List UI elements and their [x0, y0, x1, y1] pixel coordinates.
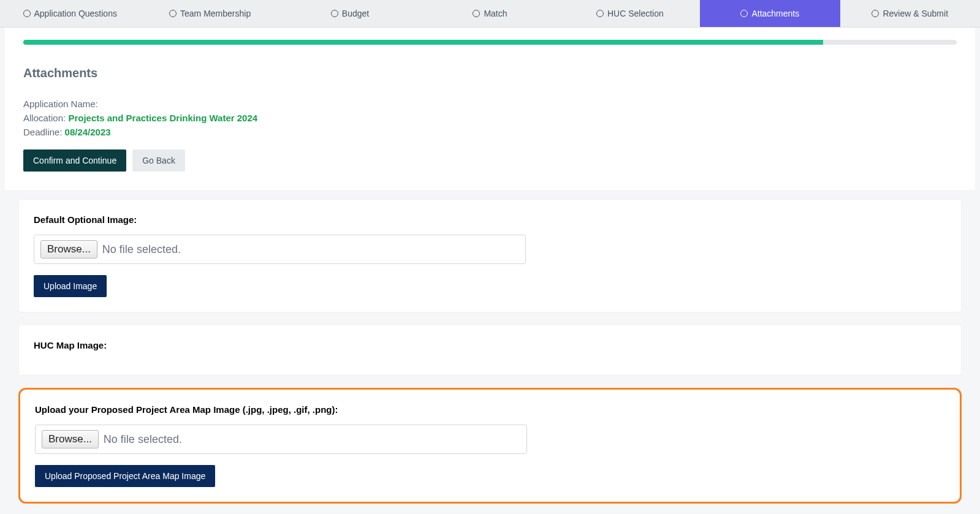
radio-icon: [872, 10, 879, 17]
progress-bar: [23, 40, 957, 45]
radio-icon: [331, 10, 338, 17]
browse-button[interactable]: Browse...: [42, 430, 99, 448]
page-title: Attachments: [23, 66, 957, 80]
tab-application-questions[interactable]: Application Questions: [0, 0, 140, 27]
radio-icon: [740, 10, 748, 17]
tab-label: Application Questions: [34, 9, 117, 18]
deadline-row: Deadline: 08/24/2023: [23, 127, 957, 137]
tab-budget[interactable]: Budget: [280, 0, 420, 27]
allocation-value: Projects and Practices Drinking Water 20…: [68, 113, 257, 123]
huc-map-label: HUC Map Image:: [34, 340, 946, 350]
tab-match[interactable]: Match: [420, 0, 560, 27]
upload-image-button[interactable]: Upload Image: [34, 275, 107, 297]
confirm-continue-button[interactable]: Confirm and Continue: [23, 149, 126, 172]
allocation-row: Allocation: Projects and Practices Drink…: [23, 113, 957, 123]
tab-label: Review & Submit: [883, 9, 948, 18]
project-area-map-card: Upload your Proposed Project Area Map Im…: [18, 388, 962, 504]
default-image-label: Default Optional Image:: [34, 214, 946, 225]
project-map-file-input[interactable]: Browse... No file selected.: [35, 425, 527, 454]
tab-label: Budget: [342, 9, 369, 18]
tab-review-submit[interactable]: Review & Submit: [840, 0, 980, 27]
go-back-button[interactable]: Go Back: [132, 149, 185, 172]
allocation-label: Allocation:: [23, 113, 66, 123]
tab-label: Match: [484, 9, 507, 18]
main-content: Attachments Application Name: Allocation…: [5, 28, 975, 190]
upload-project-map-button[interactable]: Upload Proposed Project Area Map Image: [35, 465, 215, 487]
project-map-label: Upload your Proposed Project Area Map Im…: [35, 404, 945, 415]
application-name-row: Application Name:: [23, 99, 957, 109]
tab-huc-selection[interactable]: HUC Selection: [560, 0, 700, 27]
tab-label: HUC Selection: [607, 9, 664, 18]
radio-icon: [596, 10, 604, 17]
huc-map-card: HUC Map Image:: [18, 325, 962, 376]
file-status-text: No file selected.: [102, 243, 181, 256]
default-image-file-input[interactable]: Browse... No file selected.: [34, 235, 526, 264]
browse-button[interactable]: Browse...: [40, 240, 97, 259]
tab-label: Team Membership: [180, 9, 251, 18]
tab-attachments[interactable]: Attachments: [700, 0, 840, 27]
radio-icon: [169, 10, 177, 17]
radio-icon: [23, 10, 31, 17]
progress-fill: [23, 40, 823, 45]
app-name-label: Application Name:: [23, 99, 98, 109]
default-image-card: Default Optional Image: Browse... No fil…: [18, 199, 962, 312]
deadline-label: Deadline:: [23, 127, 62, 137]
action-buttons: Confirm and Continue Go Back: [23, 149, 957, 172]
tab-label: Attachments: [751, 9, 799, 18]
radio-icon: [473, 10, 480, 17]
deadline-value: 08/24/2023: [65, 127, 111, 137]
step-tabs: Application Questions Team Membership Bu…: [0, 0, 980, 28]
file-status-text: No file selected.: [104, 433, 182, 446]
tab-team-membership[interactable]: Team Membership: [140, 0, 279, 27]
